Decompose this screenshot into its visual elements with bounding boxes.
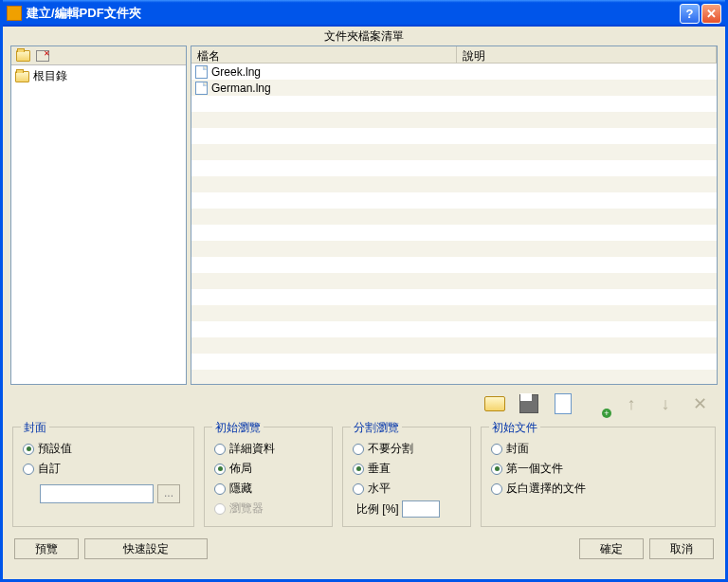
custom-cover-row: ...	[40, 484, 184, 503]
initial-view-group: 初始瀏覽 詳細資料 佈局 隱藏 瀏覽器	[204, 427, 333, 527]
initview-detail-radio[interactable]: 詳細資料	[214, 439, 322, 459]
list-row-empty	[191, 112, 717, 128]
radio-label: 隱藏	[229, 481, 252, 497]
radio-icon	[214, 464, 226, 475]
radio-label: 封面	[506, 441, 529, 457]
radio-label: 垂直	[368, 461, 391, 477]
option-groups: 封面 預設值 自訂 ... 初始瀏覽 詳細資料 佈局 隱藏 瀏覽器 分割瀏覽 不…	[3, 423, 725, 531]
radio-icon	[491, 464, 502, 475]
radio-label: 第一個文件	[506, 461, 563, 477]
group-legend: 分割瀏覽	[351, 420, 402, 436]
list-item[interactable]: Greek.lng	[191, 64, 717, 80]
file-name: German.lng	[211, 82, 271, 95]
main-panes: 根目錄 檔名 說明 Greek.lng German.l	[3, 45, 725, 385]
radio-label: 預設值	[38, 441, 72, 457]
radio-icon	[23, 464, 34, 475]
help-button[interactable]: ?	[680, 4, 700, 24]
ok-button[interactable]: 確定	[579, 538, 644, 559]
new-document-button[interactable]	[551, 391, 575, 416]
list-row-empty	[191, 128, 717, 144]
action-bar: + ↑ ↓ ✕	[3, 385, 725, 423]
initview-layout-radio[interactable]: 佈局	[214, 459, 322, 479]
list-row-empty	[191, 176, 717, 192]
initdoc-cover-radio[interactable]: 封面	[491, 439, 705, 459]
split-horizontal-radio[interactable]: 水平	[353, 479, 461, 499]
group-legend: 封面	[21, 420, 49, 436]
radio-icon	[23, 444, 34, 455]
tree-root-item[interactable]: 根目錄	[13, 67, 184, 85]
initview-hidden-radio[interactable]: 隱藏	[214, 479, 322, 499]
plus-icon: +	[602, 409, 611, 418]
folder-icon	[16, 50, 30, 62]
initdoc-first-radio[interactable]: 第一個文件	[491, 459, 705, 479]
tree-item-label: 根目錄	[33, 68, 67, 84]
preview-button[interactable]: 預覽	[14, 538, 79, 559]
split-ratio-row: 比例 [%]	[353, 500, 461, 518]
delete-folder-button[interactable]	[33, 47, 52, 64]
radio-icon	[214, 444, 226, 455]
add-folder-button[interactable]: +	[585, 391, 610, 416]
list-row-empty	[191, 289, 717, 305]
window-title: 建立/編輯PDF文件夾	[27, 5, 678, 22]
file-icon	[195, 65, 208, 79]
folder-icon	[15, 71, 29, 82]
content-area: 文件夾檔案清單 根目錄 檔名 說明	[3, 27, 725, 579]
list-row-empty	[191, 370, 717, 384]
ratio-label: 比例 [%]	[356, 501, 399, 518]
app-icon	[7, 6, 22, 21]
move-up-button: ↑	[619, 391, 644, 416]
save-button[interactable]	[517, 391, 541, 416]
radio-label: 自訂	[38, 461, 61, 477]
group-legend: 初始瀏覽	[212, 420, 264, 436]
split-vertical-radio[interactable]: 垂直	[353, 459, 461, 479]
cancel-button[interactable]: 取消	[649, 538, 714, 559]
radio-label: 佈局	[229, 461, 252, 477]
initial-doc-group: 初始文件 封面 第一個文件 反白選擇的文件	[481, 427, 716, 527]
folder-tree-pane: 根目錄	[10, 45, 187, 385]
radio-label: 反白選擇的文件	[506, 481, 586, 497]
remove-button: ✕	[687, 391, 712, 416]
dialog-window: 建立/編輯PDF文件夾 ? ✕ 文件夾檔案清單 根目錄	[0, 0, 728, 582]
column-desc[interactable]: 說明	[457, 46, 717, 63]
radio-label: 水平	[368, 481, 391, 497]
split-view-group: 分割瀏覽 不要分割 垂直 水平 比例 [%]	[342, 427, 471, 527]
list-row-empty	[191, 144, 717, 160]
list-row-empty	[191, 192, 717, 209]
open-folder-button[interactable]	[482, 391, 507, 416]
bottom-button-row: 預覽 快速設定 確定 取消	[3, 531, 725, 567]
ratio-input[interactable]	[402, 500, 440, 518]
cover-custom-radio[interactable]: 自訂	[23, 459, 184, 479]
quick-setup-button[interactable]: 快速設定	[84, 538, 208, 559]
list-row-empty	[191, 337, 717, 354]
cover-preset-radio[interactable]: 預設值	[23, 439, 184, 459]
list-row-empty	[191, 225, 717, 241]
close-button[interactable]: ✕	[701, 4, 721, 24]
initdoc-selected-radio[interactable]: 反白選擇的文件	[491, 479, 705, 499]
file-name: Greek.lng	[211, 65, 261, 79]
tree-toolbar	[11, 46, 186, 65]
column-headers: 檔名 說明	[191, 46, 717, 64]
titlebar[interactable]: 建立/編輯PDF文件夾 ? ✕	[3, 0, 725, 27]
radio-icon	[214, 483, 226, 495]
spacer	[213, 538, 573, 559]
file-list-body: Greek.lng German.lng	[191, 64, 717, 384]
new-folder-button[interactable]	[13, 47, 32, 64]
split-none-radio[interactable]: 不要分割	[353, 439, 461, 459]
column-name[interactable]: 檔名	[191, 46, 457, 63]
initview-browser-radio: 瀏覽器	[214, 499, 322, 518]
file-list-pane: 檔名 說明 Greek.lng German.lng	[191, 45, 718, 385]
radio-icon	[214, 503, 226, 515]
list-row-empty	[191, 257, 717, 273]
tree-body: 根目錄	[11, 65, 186, 87]
list-row-empty	[191, 209, 717, 225]
file-icon	[195, 82, 208, 95]
list-row-empty	[191, 305, 717, 321]
list-row-empty	[191, 273, 717, 289]
radio-label: 不要分割	[368, 441, 413, 457]
radio-icon	[491, 444, 502, 455]
save-icon	[519, 394, 538, 413]
list-item[interactable]: German.lng	[191, 80, 717, 96]
custom-cover-input[interactable]	[40, 484, 154, 503]
browse-button[interactable]: ...	[157, 484, 180, 503]
cover-group: 封面 預設值 自訂 ...	[12, 427, 194, 527]
